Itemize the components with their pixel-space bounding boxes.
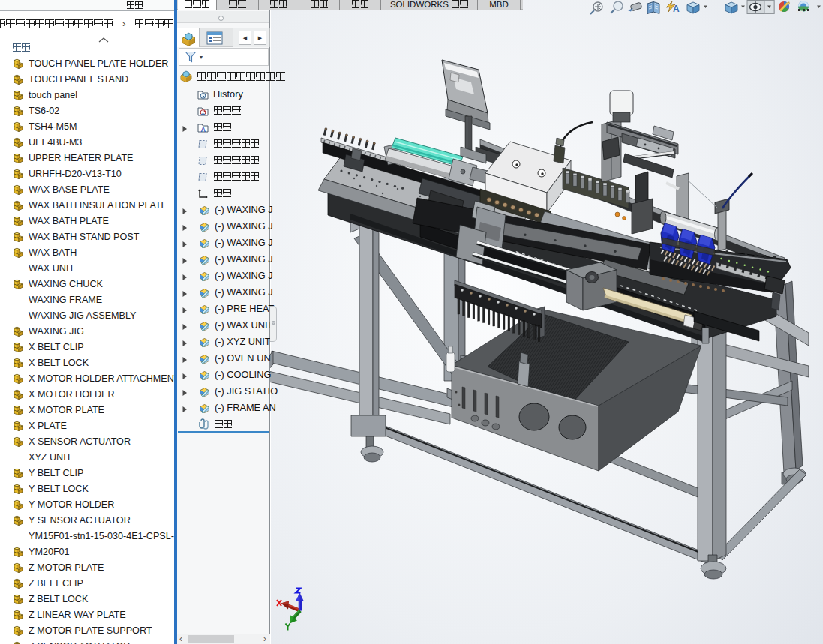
svg-text:A: A xyxy=(673,4,680,14)
